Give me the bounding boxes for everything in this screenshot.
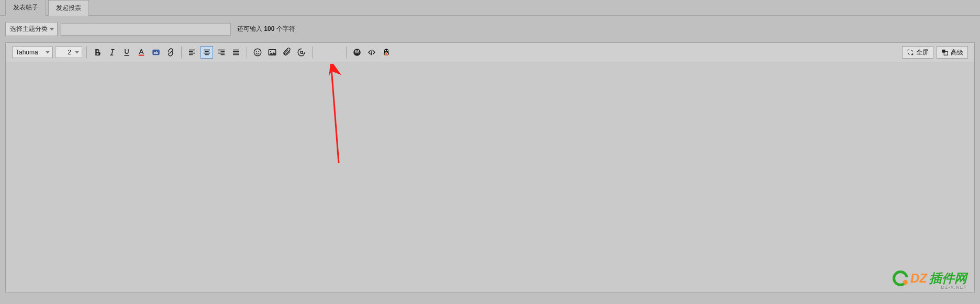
align-justify-button[interactable] bbox=[230, 46, 242, 59]
at-button[interactable] bbox=[295, 46, 308, 59]
watermark-logo: DZ插件网 DZ-X.NET bbox=[893, 270, 967, 287]
tab-post-label: 发表帖子 bbox=[13, 4, 38, 11]
fullscreen-button[interactable]: 全屏 bbox=[902, 46, 933, 59]
watermark-text-1: DZ bbox=[910, 271, 927, 286]
font-color-button[interactable] bbox=[135, 46, 148, 59]
background-color-button[interactable]: ab bbox=[150, 46, 162, 59]
font-family-label: Tahoma bbox=[16, 49, 38, 56]
align-left-icon bbox=[187, 48, 197, 57]
separator bbox=[346, 47, 347, 58]
align-center-button[interactable] bbox=[201, 46, 213, 59]
separator bbox=[247, 47, 247, 58]
separator bbox=[86, 47, 87, 58]
italic-button[interactable] bbox=[106, 46, 118, 59]
italic-icon bbox=[107, 48, 117, 57]
svg-rect-0 bbox=[139, 55, 144, 56]
font-size-label: 2 bbox=[68, 49, 71, 56]
svg-point-18 bbox=[384, 55, 386, 56]
align-right-icon bbox=[217, 48, 226, 57]
tab-poll-label: 发起投票 bbox=[56, 4, 81, 12]
at-icon bbox=[297, 48, 306, 57]
qq-button[interactable] bbox=[380, 46, 393, 59]
editor-body[interactable]: DZ插件网 DZ-X.NET bbox=[6, 62, 974, 292]
underline-icon bbox=[122, 48, 131, 57]
svg-point-4 bbox=[256, 51, 257, 52]
fullscreen-label: 全屏 bbox=[916, 48, 929, 57]
emoji-button[interactable] bbox=[251, 46, 264, 59]
toolbar-right: 全屏 高级 bbox=[902, 46, 971, 59]
code-icon bbox=[367, 48, 376, 57]
advanced-label: 高级 bbox=[951, 48, 963, 57]
svg-point-16 bbox=[385, 52, 387, 53]
tab-post[interactable]: 发表帖子 bbox=[5, 0, 46, 16]
link-button[interactable] bbox=[164, 46, 177, 59]
link-icon bbox=[166, 48, 175, 57]
svg-point-14 bbox=[385, 51, 386, 51]
image-icon bbox=[268, 48, 277, 57]
tab-poll[interactable]: 发起投票 bbox=[48, 0, 89, 16]
editor: Tahoma 2 ab bbox=[5, 42, 975, 292]
attachment-icon bbox=[282, 48, 292, 57]
counter-number: 100 bbox=[264, 25, 274, 32]
svg-line-22 bbox=[331, 68, 339, 163]
fullscreen-icon bbox=[907, 49, 914, 56]
background-color-icon: ab bbox=[151, 48, 161, 57]
counter-prefix: 还可输入 bbox=[237, 25, 264, 32]
watermark-sub: DZ-X.NET bbox=[941, 285, 967, 290]
svg-point-3 bbox=[254, 49, 261, 56]
attachment-button[interactable] bbox=[281, 46, 293, 59]
separator bbox=[312, 47, 313, 58]
svg-point-5 bbox=[258, 51, 259, 52]
editor-toolbar: Tahoma 2 ab bbox=[6, 43, 974, 62]
svg-point-15 bbox=[387, 51, 387, 51]
subject-row: 选择主题分类 还可输入 100 个字符 bbox=[0, 16, 980, 42]
quote-icon: 66 bbox=[352, 48, 362, 57]
qq-icon bbox=[382, 48, 391, 57]
image-button[interactable] bbox=[266, 46, 279, 59]
bold-button[interactable] bbox=[91, 46, 104, 59]
font-color-icon bbox=[137, 48, 146, 57]
align-center-icon bbox=[202, 48, 211, 57]
svg-point-7 bbox=[270, 51, 271, 52]
align-right-button[interactable] bbox=[215, 46, 228, 59]
svg-text:66: 66 bbox=[354, 50, 360, 54]
svg-point-19 bbox=[387, 55, 388, 56]
advanced-icon bbox=[941, 49, 949, 56]
code-button[interactable] bbox=[365, 46, 378, 59]
advanced-mode-button[interactable]: 高级 bbox=[937, 46, 968, 59]
align-justify-icon bbox=[231, 48, 241, 57]
category-select[interactable]: 选择主题分类 bbox=[5, 22, 58, 36]
watermark-c-icon bbox=[893, 271, 908, 286]
font-family-select[interactable]: Tahoma bbox=[12, 47, 53, 58]
category-select-label: 选择主题分类 bbox=[10, 25, 48, 32]
char-counter: 还可输入 100 个字符 bbox=[237, 25, 295, 33]
font-size-select[interactable]: 2 bbox=[55, 47, 82, 58]
emoji-icon bbox=[253, 48, 262, 57]
tabs-row: 发表帖子 发起投票 bbox=[0, 0, 980, 16]
subject-input[interactable] bbox=[61, 23, 231, 36]
underline-button[interactable] bbox=[120, 46, 133, 59]
bold-icon bbox=[93, 48, 102, 57]
red-arrow-annotation bbox=[324, 64, 345, 168]
svg-text:ab: ab bbox=[154, 50, 159, 55]
counter-suffix: 个字符 bbox=[274, 25, 295, 32]
quote-button[interactable]: 66 bbox=[351, 46, 363, 59]
align-left-button[interactable] bbox=[186, 46, 198, 59]
separator bbox=[181, 47, 182, 58]
